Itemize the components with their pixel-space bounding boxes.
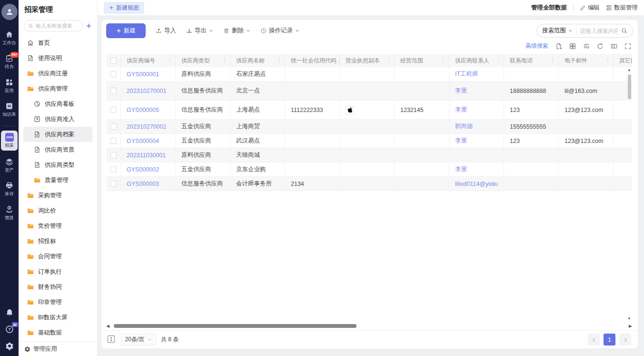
supplier-contact-link[interactable]: 郭尚德 [455, 122, 473, 131]
sidebar-item-使用说明[interactable]: 使用说明 [19, 51, 97, 66]
data-manage-button[interactable]: 数据管理 [606, 4, 638, 12]
table-row[interactable]: 202310270002五金供应商上海商贸郭尚德15555555555 [106, 120, 632, 134]
column-menu-icon[interactable]: ⋮ [337, 58, 340, 63]
operation-log-button[interactable]: 操作记录 [260, 27, 299, 35]
supplier-contact-link[interactable]: 李里 [455, 137, 467, 145]
supplier-code-link[interactable]: GYS000005 [127, 107, 159, 113]
sidebar-item-供应商注册[interactable]: 供应商注册 [19, 66, 97, 81]
supplier-contact-link[interactable]: IT工程师 [455, 70, 478, 78]
vertical-scroll-thumb[interactable] [628, 74, 631, 99]
sidebar-item-供应商管理[interactable]: 供应商管理 [19, 81, 97, 96]
vertical-scrollbar[interactable]: ▲ ▼ [626, 68, 632, 321]
column-header-统一社会信用代码[interactable]: 统一社会信用代码⋮ [285, 54, 340, 67]
column-menu-icon[interactable]: ⋮ [386, 58, 391, 63]
sidebar-item-首页[interactable]: 首页 [19, 35, 97, 51]
supplier-code-link[interactable]: GYS000001 [127, 71, 159, 78]
column-menu-icon[interactable]: ⋮ [550, 58, 555, 63]
delete-button[interactable]: 删除 [223, 27, 250, 35]
row-checkbox[interactable] [110, 123, 117, 130]
sidebar-item-询比价[interactable]: 询比价 [19, 203, 97, 218]
row-checkbox[interactable] [110, 107, 117, 113]
scroll-left-arrow[interactable]: ◀ [106, 324, 109, 328]
row-checkbox[interactable] [110, 71, 117, 77]
manage-all-data-button[interactable]: 管理全部数据 [531, 4, 567, 12]
table-row[interactable]: GYS000004五金供应商武汉易点李里123123@123.com [106, 134, 632, 148]
page-size-select[interactable]: 20条/页 [121, 334, 156, 346]
sidebar-item-供应商档案[interactable]: 供应商档案 [23, 127, 92, 142]
rail-item-应用[interactable]: 应用 [1, 77, 18, 95]
sidebar-item-基础数据[interactable]: 基础数据 [19, 325, 97, 340]
sidebar-item-招投标[interactable]: 招投标 [19, 234, 97, 249]
table-row[interactable]: GYS000002五金供应商京东企业购李里 [106, 163, 632, 177]
new-record-button[interactable]: 新建 [106, 23, 146, 38]
sidebar-item-竞价管理[interactable]: 竞价管理 [19, 218, 97, 234]
help-button[interactable]: ?AI [5, 325, 14, 334]
column-settings-icon[interactable] [583, 43, 590, 50]
supplier-contact-link[interactable]: lilixd0114@yideat… [455, 181, 498, 187]
search-scope-dropdown[interactable]: 搜索范围 [542, 27, 573, 35]
sidebar-item-供应商看板[interactable]: 供应商看板 [19, 96, 97, 112]
horizontal-scroll-thumb[interactable] [114, 324, 357, 328]
notifications-button[interactable] [5, 308, 14, 317]
column-header-供应商类型[interactable]: 供应商类型⋮ [176, 54, 230, 67]
sidebar-item-财务协同[interactable]: 财务协同 [19, 279, 97, 295]
supplier-contact-link[interactable]: 李里 [455, 165, 467, 173]
sidebar-item-采购管理[interactable]: 采购管理 [19, 188, 97, 203]
rail-item-预算[interactable]: 预算 [1, 204, 18, 222]
rail-item-知识库[interactable]: AI知识库 [1, 101, 18, 119]
sidebar-item-印章管理[interactable]: 印章管理 [19, 295, 97, 310]
current-page-button[interactable]: 1 [604, 334, 615, 346]
grid-view-icon[interactable] [569, 43, 576, 50]
column-menu-icon[interactable]: ⋮ [605, 58, 610, 63]
advanced-search-link[interactable]: 高级搜索 [525, 42, 548, 50]
row-height-icon[interactable] [107, 335, 116, 344]
column-menu-icon[interactable]: ⋮ [222, 58, 227, 63]
column-menu-icon[interactable]: ⋮ [277, 58, 282, 63]
supplier-code-link[interactable]: 202311030001 [127, 152, 166, 159]
next-page-button[interactable] [619, 334, 631, 346]
table-row[interactable]: 202310270001信息服务供应商北京一点李里18888888888lil@… [106, 81, 632, 101]
scroll-down-arrow[interactable]: ▼ [627, 317, 631, 321]
rail-item-库存[interactable]: 库存 [1, 181, 18, 198]
import-button[interactable]: 导入 [156, 27, 176, 35]
row-checkbox[interactable] [110, 138, 117, 144]
column-header-供应商联系人[interactable]: 供应商联系人⋮ [449, 54, 504, 67]
column-menu-icon[interactable]: ⋮ [495, 58, 501, 63]
rail-item-资产[interactable]: 资产 [1, 157, 18, 174]
supplier-code-link[interactable]: GYS000003 [127, 181, 159, 187]
edit-button[interactable]: 编辑 [580, 4, 600, 12]
supplier-code-link[interactable]: GYS000002 [127, 166, 159, 173]
sidebar-item-供应商类型[interactable]: 供应商类型 [19, 157, 97, 173]
row-checkbox[interactable] [110, 152, 117, 158]
supplier-code-link[interactable]: 202310270001 [127, 88, 166, 94]
sidebar-item-BI数据大屏[interactable]: BI数据大屏 [19, 310, 97, 325]
refresh-icon[interactable] [597, 43, 604, 50]
sidebar-item-合同管理[interactable]: 合同管理 [19, 249, 97, 264]
new-view-button[interactable]: 新建视图 [104, 2, 144, 14]
column-menu-icon[interactable]: ⋮ [441, 58, 446, 63]
sidebar-item-质量管理[interactable]: 质量管理 [19, 173, 97, 188]
rail-item-待办[interactable]: 99+待办 [1, 53, 18, 71]
card-view-icon[interactable] [611, 43, 617, 50]
supplier-contact-link[interactable]: 李里 [455, 87, 467, 95]
column-header-其它附件[interactable]: 其它附件⋮ [614, 54, 632, 67]
user-avatar[interactable] [1, 4, 18, 20]
supplier-code-link[interactable]: 202310270002 [127, 123, 166, 130]
sidebar-search-input[interactable] [36, 23, 79, 29]
select-all-checkbox[interactable] [110, 58, 117, 64]
sidebar-item-订单执行[interactable]: 订单执行 [19, 264, 97, 279]
manage-apps-button[interactable]: 管理应用 [19, 341, 97, 356]
export-file-icon[interactable] [555, 43, 562, 50]
row-checkbox[interactable] [110, 166, 117, 173]
export-button[interactable]: 导出 [186, 27, 213, 35]
row-checkbox[interactable] [110, 88, 117, 94]
column-menu-icon[interactable]: ⋮ [167, 58, 172, 63]
table-row[interactable]: GYS000001原料供应商石家庄易点IT工程师 [106, 67, 632, 81]
fullscreen-icon[interactable] [624, 43, 631, 50]
rail-item-招采[interactable]: SRM招采 [1, 131, 18, 151]
table-search-input[interactable] [580, 28, 618, 34]
add-view-icon[interactable] [85, 21, 92, 30]
settings-button[interactable] [5, 342, 14, 350]
rail-item-工作台[interactable]: 工作台 [1, 30, 18, 47]
supplier-contact-link[interactable]: 李里 [455, 106, 467, 114]
